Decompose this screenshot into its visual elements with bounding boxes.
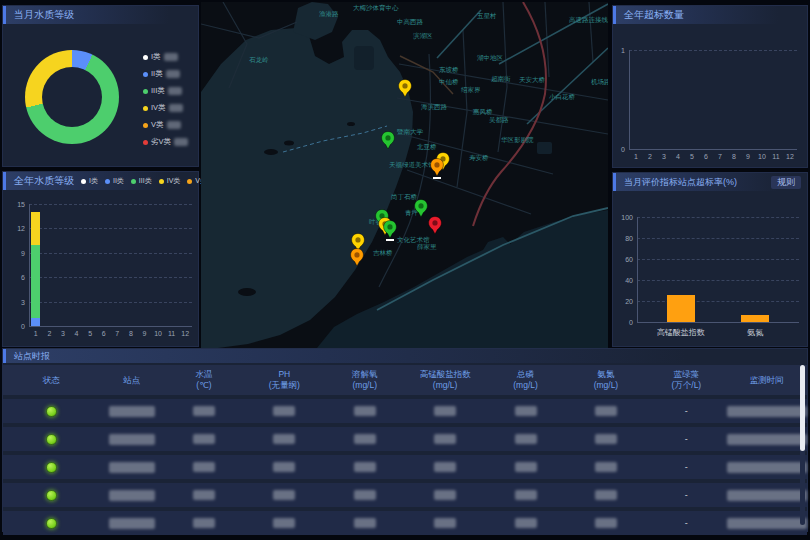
legend-item[interactable]: III类	[143, 86, 188, 96]
y-axis-line	[29, 204, 30, 326]
map-place-label: 滨湖区	[413, 32, 433, 40]
table-cell	[485, 518, 565, 528]
legend-label: I类	[151, 52, 161, 62]
algae-value: -	[685, 462, 688, 472]
pin-selection-mark	[386, 239, 394, 241]
station-name-redacted	[109, 434, 155, 445]
donut-chart	[25, 50, 119, 144]
panel-month-quality-title: 当月水质等级	[3, 6, 198, 24]
y-axis-tick-label: 1	[613, 47, 625, 54]
map-place-label: 中高西路	[397, 18, 424, 26]
map-place-label: 惠风桥	[472, 108, 493, 115]
x-axis-tick-label: 11	[772, 153, 779, 160]
table-cell	[3, 518, 99, 529]
map-place-label: 湖中地区	[477, 54, 504, 61]
legend-item[interactable]: IV类	[143, 103, 188, 113]
table-row[interactable]: -	[3, 427, 807, 451]
table-cell	[99, 434, 163, 445]
table-cell	[244, 462, 324, 472]
table-cell	[566, 518, 646, 528]
x-axis-line	[637, 322, 799, 323]
table-row[interactable]: -	[3, 455, 807, 479]
metric-value-redacted	[515, 462, 537, 472]
table-cell	[244, 406, 324, 416]
x-axis-tick-label: 10	[758, 153, 766, 160]
algae-value: -	[685, 434, 688, 444]
column-header-7: 总磷(mg/L)	[485, 369, 565, 390]
table-cell	[727, 406, 807, 417]
metric-value-redacted	[273, 490, 295, 500]
column-unit: (mg/L)	[325, 380, 405, 391]
table-cell	[325, 518, 405, 528]
legend-item[interactable]: V类	[143, 120, 188, 130]
y-axis-line	[629, 50, 630, 149]
table-cell	[3, 434, 99, 445]
x-axis-line	[629, 149, 797, 150]
table-scrollbar[interactable]	[800, 365, 805, 525]
panel-title-text: 当月评价指标站点超标率(%)	[624, 173, 737, 191]
rules-button[interactable]: 规则	[771, 176, 801, 189]
pin-selection-mark	[433, 177, 441, 179]
legend-item[interactable]: IV类	[159, 172, 181, 190]
stacked-bar-segment[interactable]	[31, 245, 40, 318]
legend-value-redacted	[169, 104, 183, 112]
legend-item[interactable]: II类	[105, 172, 124, 190]
table-cell	[244, 490, 324, 500]
station-map[interactable]: 石龙岭渔港路大梅沙体育中心中高西路滨湖区五星村湖中地区东坡桥中仙桥绍家界超南街天…	[201, 2, 608, 348]
map-lake	[537, 142, 552, 154]
table-cell	[164, 490, 244, 500]
metric-value-redacted	[595, 406, 617, 416]
map-place-label: 华区影剧院	[501, 136, 534, 144]
station-name-redacted	[109, 518, 155, 529]
map-place-label: 高速路连接线	[569, 16, 608, 24]
column-header-5: 溶解氧(mg/L)	[325, 369, 405, 390]
pin-center-dot	[434, 162, 439, 167]
column-unit: (万个/L)	[646, 380, 726, 391]
table-cell	[727, 490, 807, 501]
legend-item[interactable]: 劣V类	[143, 137, 188, 147]
table-row[interactable]: -	[3, 483, 807, 507]
rate-bar-category-label: 氨氮	[747, 327, 763, 338]
legend-item[interactable]: I类	[81, 172, 98, 190]
column-label: 站点	[99, 375, 163, 386]
metric-value-redacted	[193, 518, 215, 528]
metric-value-redacted	[193, 462, 215, 472]
x-axis-tick-label: 4	[75, 330, 79, 337]
map-place-label: 尚丁石桥	[391, 193, 418, 201]
table-cell	[566, 406, 646, 416]
panel-station-table-title: 站点时报	[3, 349, 807, 363]
table-cell	[405, 462, 485, 472]
rate-bar[interactable]	[667, 295, 695, 322]
map-place-label: 天福绿道美术馆	[389, 161, 435, 169]
table-cell	[405, 518, 485, 528]
x-axis-tick-label: 5	[88, 330, 92, 337]
rate-bar[interactable]	[741, 315, 769, 322]
table-row[interactable]: -	[3, 399, 807, 423]
metric-value-redacted	[273, 462, 295, 472]
station-name-redacted	[109, 462, 155, 473]
map-place-label: 渔港路	[319, 10, 339, 18]
metric-value-redacted	[354, 462, 376, 472]
metric-value-redacted	[193, 406, 215, 416]
x-axis-line	[29, 326, 192, 327]
stacked-bar-segment[interactable]	[31, 318, 40, 326]
scrollbar-thumb[interactable]	[800, 365, 805, 451]
legend-item[interactable]: I类	[143, 52, 188, 62]
legend-item[interactable]: II类	[143, 69, 188, 79]
legend-dot-icon	[143, 123, 148, 128]
legend-label: IV类	[167, 172, 181, 190]
column-label: 水温	[164, 369, 244, 380]
legend-item[interactable]: III类	[131, 172, 152, 190]
table-row[interactable]: -	[3, 511, 807, 535]
legend-dot-icon	[159, 179, 164, 184]
column-header-8: 氨氮(mg/L)	[566, 369, 646, 390]
table-cell	[3, 490, 99, 501]
map-place-label: 大梅沙体育中心	[353, 4, 399, 12]
x-axis-tick-label: 8	[732, 153, 736, 160]
x-axis-tick-label: 6	[102, 330, 106, 337]
stacked-bar-segment[interactable]	[31, 212, 40, 245]
gridline	[637, 280, 799, 281]
legend-dot-icon	[143, 106, 148, 111]
algae-value: -	[685, 406, 688, 416]
map-place-label: 海滨西路	[421, 103, 448, 111]
